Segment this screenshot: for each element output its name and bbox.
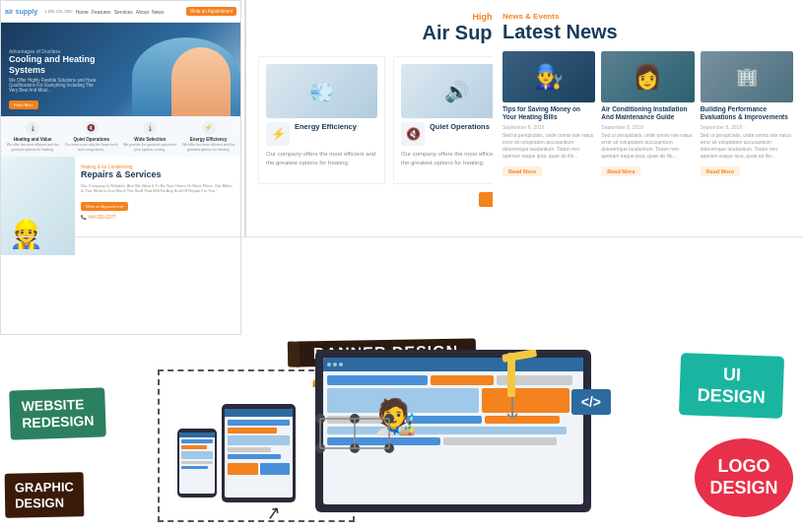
website-redesign-label: WEBSITEREDESIGN xyxy=(9,387,106,439)
phone-device xyxy=(177,429,217,498)
news-section: News & Events Latest News Tips for Savin… xyxy=(493,0,803,236)
tablet-screen xyxy=(225,409,293,498)
svg-rect-0 xyxy=(502,350,537,363)
news-cards: Tips for Saving Money on Your Heating Bi… xyxy=(502,51,793,177)
mock-feature-2: 🔇 Quiet Operations Our team uses only th… xyxy=(64,121,120,152)
design-showcase: BANNER DESIGN UIDESIGN WEBSITEREDESIGN G… xyxy=(0,335,803,532)
efficiency-icon: ⚡ xyxy=(202,121,216,135)
mock-feature-3: 🌡️ Wide Selection We provide the greates… xyxy=(122,121,178,152)
news-read-more-3[interactable]: Read More xyxy=(701,166,740,176)
mock-features: 🌡️ Heating and Value We offer the most e… xyxy=(1,116,240,157)
quiet-icon: 🔇 xyxy=(85,121,99,135)
mock-nav: air supply 1-800-123-7890 Home Features … xyxy=(1,1,240,23)
crane-svg xyxy=(424,350,542,419)
heating-icon: 🌡️ xyxy=(26,121,39,135)
adv-card-1-header: ⚡ Energy Efficiency xyxy=(266,122,377,146)
connection-nodes xyxy=(310,409,399,463)
mock-hero-btn[interactable]: Read More xyxy=(9,100,38,109)
news-image-2 xyxy=(601,51,694,102)
svg-rect-1 xyxy=(507,353,515,397)
mock-repairs-btn[interactable]: Write an Appointment xyxy=(81,202,128,211)
website-mockup: air supply 1-800-123-7890 Home Features … xyxy=(0,0,241,335)
news-image-1 xyxy=(502,51,595,102)
mock-appointment-btn[interactable]: Write an Appointment xyxy=(186,7,236,16)
ui-design-label: UIDESIGN xyxy=(679,353,784,419)
nav-dot-3 xyxy=(339,363,343,366)
adv-image-1 xyxy=(266,64,377,118)
mock-hero: Advantages of Ductless Cooling and Heati… xyxy=(1,23,240,116)
news-read-more-1[interactable]: Read More xyxy=(502,166,542,176)
screen-block-1 xyxy=(327,375,428,385)
news-card-2: Air Conditioning Installation And Mainte… xyxy=(601,51,694,177)
selection-icon: 🌡️ xyxy=(143,121,157,135)
code-tag: </> xyxy=(571,389,611,415)
mock-logo: air supply xyxy=(5,8,37,15)
nav-dot-1 xyxy=(327,363,331,366)
mock-feature-4: ⚡ Energy Efficiency We offer the most ef… xyxy=(181,121,237,152)
screen-block-11 xyxy=(443,437,557,445)
mock-repairs: Heating & Air Conditioning Repairs & Ser… xyxy=(1,157,240,255)
nav-dot-2 xyxy=(333,363,337,366)
mock-phone: 📞 444-333-2277 xyxy=(81,215,234,220)
news-subtitle: News & Events xyxy=(502,12,793,21)
tablet-device xyxy=(222,404,296,502)
news-card-3: Building Performance Evaluations & Impro… xyxy=(701,51,793,177)
mock-nav-links: Home Features Services About News xyxy=(76,9,184,15)
mock-hero-text: Advantages of Ductless Cooling and Heati… xyxy=(9,48,107,110)
center-illustration: 🖌️ 🖊️ xyxy=(158,350,640,532)
news-read-more-2[interactable]: Read More xyxy=(601,166,640,176)
section-separator xyxy=(0,236,803,237)
mock-repairs-content: Heating & Air Conditioning Repairs & Ser… xyxy=(75,157,240,255)
mock-contact-info: 1-800-123-7890 xyxy=(44,9,72,14)
news-image-3 xyxy=(701,51,793,102)
mock-hero-image xyxy=(132,37,240,116)
quiet-ops-icon: 🔇 xyxy=(401,122,425,146)
news-title: Latest News xyxy=(502,21,793,43)
graphic-design-label: GRAPHICDESIGN xyxy=(5,472,85,518)
phone-screen xyxy=(179,432,215,494)
mock-repairs-image xyxy=(1,157,75,255)
vertical-divider xyxy=(244,0,246,236)
news-card-1: Tips for Saving Money on Your Heating Bi… xyxy=(502,51,595,177)
energy-icon: ⚡ xyxy=(266,122,290,146)
logo-design-label: LOGODESIGN xyxy=(695,438,793,517)
adv-card-1: ⚡ Energy Efficiency Our company offers t… xyxy=(258,56,385,184)
mock-feature-1: 🌡️ Heating and Value We offer the most e… xyxy=(5,121,61,152)
